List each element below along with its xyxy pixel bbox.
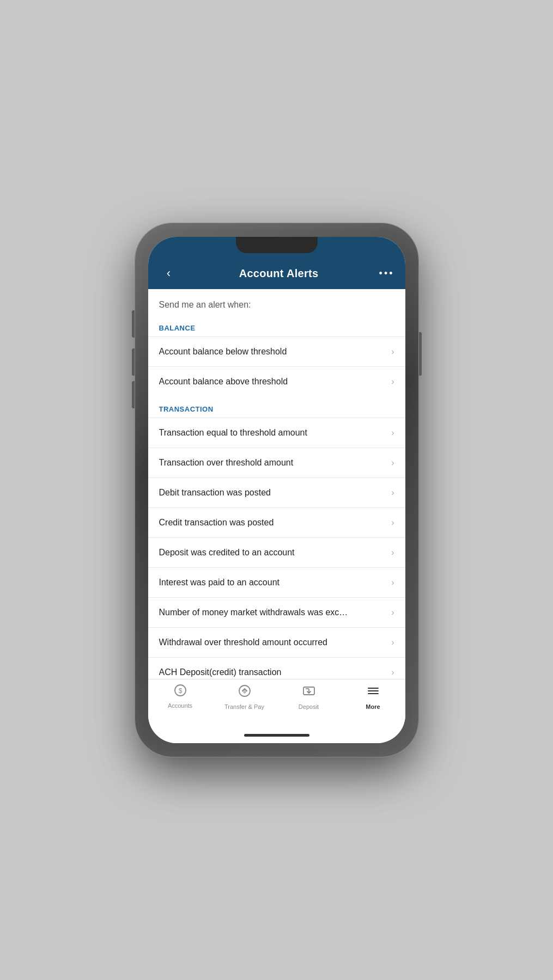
chevron-right-icon: › xyxy=(391,578,394,587)
nav-bar: ‹ Account Alerts ••• xyxy=(148,261,405,289)
item-text: Account balance above threshold xyxy=(159,377,392,387)
item-text: Credit transaction was posted xyxy=(159,518,392,528)
svg-text:$: $ xyxy=(178,687,182,695)
transfer-pay-icon: $ xyxy=(238,684,252,701)
list-item[interactable]: Debit transaction was posted › xyxy=(148,477,405,507)
chevron-right-icon: › xyxy=(391,518,394,528)
chevron-right-icon: › xyxy=(391,488,394,498)
list-item[interactable]: Account balance below threshold › xyxy=(148,336,405,366)
phone-screen: ‹ Account Alerts ••• Send me an alert wh… xyxy=(148,237,405,743)
back-button[interactable]: ‹ xyxy=(159,266,179,280)
section-label-transaction: TRANSACTION xyxy=(148,396,405,418)
item-text: Account balance below threshold xyxy=(159,347,392,357)
chevron-right-icon: › xyxy=(391,548,394,558)
chevron-right-icon: › xyxy=(391,377,394,387)
home-bar xyxy=(244,734,309,737)
item-text: Debit transaction was posted xyxy=(159,488,392,498)
list-item[interactable]: Interest was paid to an account › xyxy=(148,567,405,597)
item-text: Deposit was credited to an account xyxy=(159,548,392,558)
chevron-right-icon: › xyxy=(391,428,394,438)
svg-text:$: $ xyxy=(243,689,246,694)
home-indicator xyxy=(148,727,405,743)
item-text: ACH Deposit(credit) transaction xyxy=(159,667,392,677)
tab-more[interactable]: More xyxy=(341,684,405,710)
list-item[interactable]: Transaction over threshold amount › xyxy=(148,448,405,477)
section-label-balance: BALANCE xyxy=(148,315,405,336)
chevron-right-icon: › xyxy=(391,347,394,357)
accounts-icon: $ xyxy=(174,684,187,700)
more-menu-button[interactable]: ••• xyxy=(379,268,394,279)
list-item[interactable]: Credit transaction was posted › xyxy=(148,507,405,537)
item-text: Transaction over threshold amount xyxy=(159,458,392,468)
chevron-right-icon: › xyxy=(391,667,394,677)
tab-deposit[interactable]: Deposit xyxy=(277,684,341,710)
list-item[interactable]: Number of money market withdrawals was e… xyxy=(148,597,405,627)
intro-text: Send me an alert when: xyxy=(148,289,405,315)
more-icon xyxy=(366,684,380,701)
list-item[interactable]: Transaction equal to threshold amount › xyxy=(148,418,405,448)
tab-bar: $ Accounts $ Transfer & Pay xyxy=(148,679,405,727)
tab-transfer-pay-label: Transfer & Pay xyxy=(224,703,264,710)
page-title: Account Alerts xyxy=(239,267,319,280)
item-text: Withdrawal over threshold amount occurre… xyxy=(159,638,392,647)
item-text: Interest was paid to an account xyxy=(159,578,392,587)
chevron-right-icon: › xyxy=(391,458,394,468)
tab-accounts-label: Accounts xyxy=(168,702,192,709)
chevron-right-icon: › xyxy=(391,608,394,617)
deposit-icon xyxy=(302,684,316,701)
item-text: Number of money market withdrawals was e… xyxy=(159,608,392,617)
list-item[interactable]: Deposit was credited to an account › xyxy=(148,537,405,567)
content-scroll: Send me an alert when: BALANCE Account b… xyxy=(148,289,405,679)
phone-notch xyxy=(236,237,318,253)
tab-more-label: More xyxy=(366,703,380,710)
tab-transfer-pay[interactable]: $ Transfer & Pay xyxy=(212,684,277,710)
chevron-right-icon: › xyxy=(391,638,394,647)
phone-device: ‹ Account Alerts ••• Send me an alert wh… xyxy=(135,223,418,757)
list-item[interactable]: ACH Deposit(credit) transaction › xyxy=(148,657,405,679)
tab-accounts[interactable]: $ Accounts xyxy=(148,684,212,709)
tab-deposit-label: Deposit xyxy=(299,703,319,710)
item-text: Transaction equal to threshold amount xyxy=(159,428,392,438)
list-item[interactable]: Account balance above threshold › xyxy=(148,366,405,396)
list-item[interactable]: Withdrawal over threshold amount occurre… xyxy=(148,627,405,657)
